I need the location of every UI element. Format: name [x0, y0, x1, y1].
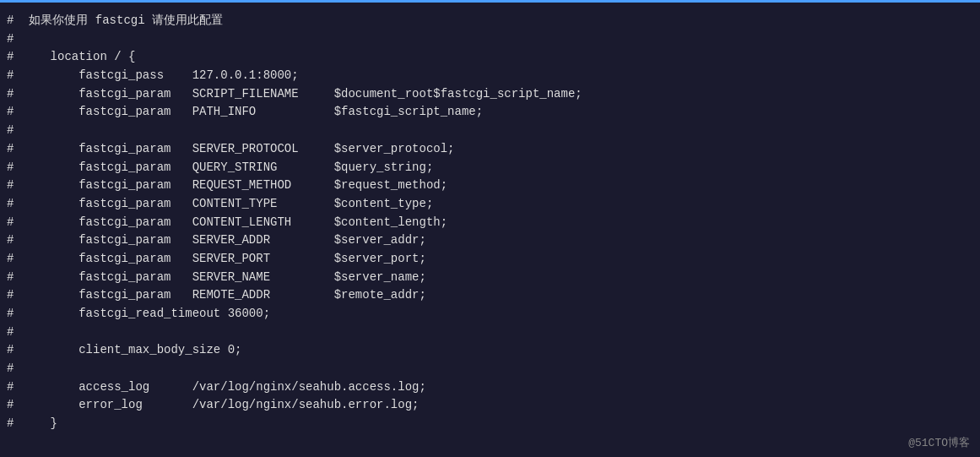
line-content: fastcgi_param REQUEST_METHOD $request_me…	[22, 177, 447, 195]
hash-symbol: #	[7, 12, 22, 30]
code-line: #	[0, 360, 980, 378]
line-content: fastcgi_param PATH_INFO $fastcgi_script_…	[22, 103, 483, 122]
code-line: #	[0, 324, 980, 342]
hash-symbol: #	[7, 360, 22, 378]
code-line: # fastcgi_param REMOTE_ADDR $remote_addr…	[0, 286, 980, 305]
hash-symbol: #	[7, 286, 22, 305]
code-line: # fastcgi_param CONTENT_LENGTH $content_…	[0, 214, 980, 232]
hash-symbol: #	[7, 305, 22, 324]
hash-symbol: #	[7, 195, 22, 214]
hash-symbol: #	[7, 67, 22, 85]
line-content: fastcgi_param CONTENT_TYPE $content_type…	[22, 195, 433, 214]
code-line: # fastcgi_param CONTENT_TYPE $content_ty…	[0, 195, 980, 214]
code-line: # fastcgi_param PATH_INFO $fastcgi_scrip…	[0, 103, 980, 122]
line-content: error_log /var/log/nginx/seahub.error.lo…	[22, 396, 419, 415]
line-content: client_max_body_size 0;	[22, 341, 241, 360]
terminal-window: # 如果你使用 fastcgi 请使用此配置## location / {# f…	[0, 0, 980, 457]
code-line: # fastcgi_read_timeout 36000;	[0, 305, 980, 324]
hash-symbol: #	[7, 341, 22, 360]
line-content: fastcgi_param SERVER_NAME $server_name;	[22, 269, 426, 287]
watermark: @51CTO博客	[908, 435, 970, 450]
hash-symbol: #	[7, 231, 22, 250]
hash-symbol: #	[7, 122, 22, 140]
line-content: }	[22, 415, 57, 433]
code-line: # 如果你使用 fastcgi 请使用此配置	[0, 12, 980, 30]
code-line: # fastcgi_param SERVER_PROTOCOL $server_…	[0, 140, 980, 159]
hash-symbol: #	[7, 30, 22, 49]
line-content: fastcgi_param SCRIPT_FILENAME $document_…	[22, 85, 582, 104]
line-content: access_log /var/log/nginx/seahub.access.…	[22, 378, 426, 397]
hash-symbol: #	[7, 159, 22, 177]
line-content: fastcgi_read_timeout 36000;	[22, 305, 270, 324]
line-content: location / {	[22, 48, 135, 67]
hash-symbol: #	[7, 396, 22, 415]
code-line: # fastcgi_pass 127.0.0.1:8000;	[0, 67, 980, 85]
hash-symbol: #	[7, 177, 22, 195]
hash-symbol: #	[7, 214, 22, 232]
code-line: # fastcgi_param QUERY_STRING $query_stri…	[0, 159, 980, 177]
code-line: # fastcgi_param SCRIPT_FILENAME $documen…	[0, 85, 980, 104]
code-line: # client_max_body_size 0;	[0, 341, 980, 360]
line-content: fastcgi_param SERVER_PROTOCOL $server_pr…	[22, 140, 454, 159]
line-content: fastcgi_param QUERY_STRING $query_string…	[22, 159, 433, 177]
hash-symbol: #	[7, 269, 22, 287]
hash-symbol: #	[7, 378, 22, 397]
code-line: # fastcgi_param SERVER_NAME $server_name…	[0, 269, 980, 287]
code-line: # fastcgi_param SERVER_PORT $server_port…	[0, 250, 980, 269]
code-block: # 如果你使用 fastcgi 请使用此配置## location / {# f…	[0, 8, 980, 437]
top-border	[0, 0, 980, 3]
line-content: fastcgi_pass 127.0.0.1:8000;	[22, 67, 299, 85]
line-content: fastcgi_param SERVER_PORT $server_port;	[22, 250, 426, 269]
code-line: #	[0, 30, 980, 49]
code-line: # }	[0, 415, 980, 433]
line-content: 如果你使用 fastcgi 请使用此配置	[22, 12, 223, 30]
code-line: # location / {	[0, 48, 980, 67]
code-line: # error_log /var/log/nginx/seahub.error.…	[0, 396, 980, 415]
line-content: fastcgi_param CONTENT_LENGTH $content_le…	[22, 214, 447, 232]
hash-symbol: #	[7, 103, 22, 122]
code-line: # fastcgi_param REQUEST_METHOD $request_…	[0, 177, 980, 195]
hash-symbol: #	[7, 324, 22, 342]
code-line: #	[0, 122, 980, 140]
line-content: fastcgi_param SERVER_ADDR $server_addr;	[22, 231, 426, 250]
code-line: # fastcgi_param SERVER_ADDR $server_addr…	[0, 231, 980, 250]
hash-symbol: #	[7, 48, 22, 67]
code-line: # access_log /var/log/nginx/seahub.acces…	[0, 378, 980, 397]
line-content: fastcgi_param REMOTE_ADDR $remote_addr;	[22, 286, 426, 305]
hash-symbol: #	[7, 250, 22, 269]
hash-symbol: #	[7, 140, 22, 159]
hash-symbol: #	[7, 415, 22, 433]
hash-symbol: #	[7, 85, 22, 104]
